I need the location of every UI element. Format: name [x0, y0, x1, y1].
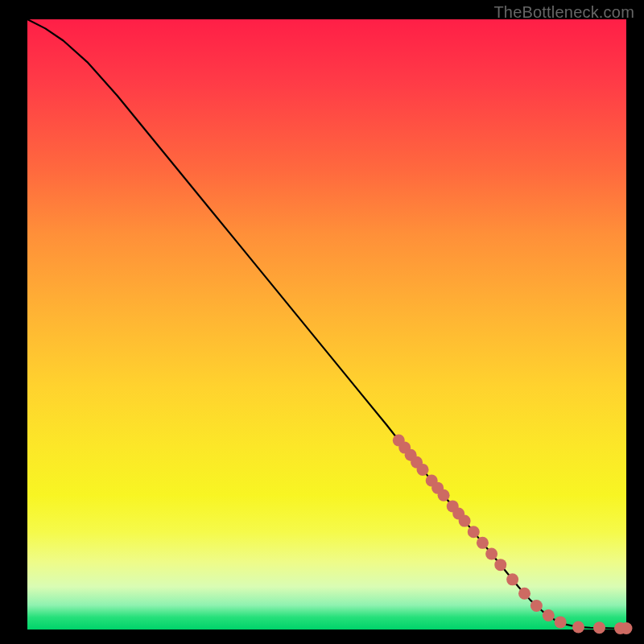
highlight-dot: [555, 616, 567, 628]
highlight-dot: [477, 537, 489, 549]
bottleneck-curve: [27, 19, 626, 628]
highlight-dot: [468, 526, 480, 538]
highlight-dot: [621, 622, 633, 634]
highlight-dot: [459, 515, 471, 527]
highlight-dot: [518, 588, 530, 600]
watermark-text: TheBottleneck.com: [493, 3, 634, 22]
chart-frame: TheBottleneck.com: [0, 0, 644, 644]
highlight-dot: [572, 621, 584, 633]
highlight-dot: [530, 600, 543, 612]
highlight-dot: [494, 559, 506, 571]
highlight-dot: [593, 621, 605, 634]
highlight-dot: [417, 464, 429, 476]
plot-area: [27, 19, 626, 630]
highlight-dot: [543, 609, 555, 621]
curve-layer: [27, 19, 626, 630]
highlight-dot: [506, 573, 518, 585]
highlight-dot: [485, 548, 497, 560]
highlight-dots: [393, 435, 633, 634]
highlight-dot: [438, 489, 450, 502]
